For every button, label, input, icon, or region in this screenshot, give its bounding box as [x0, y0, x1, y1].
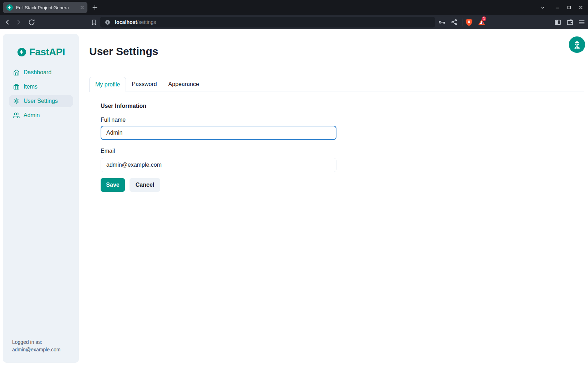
logged-in-info: Logged in as: admin@example.com: [12, 339, 61, 354]
tab-password[interactable]: Password: [126, 77, 162, 91]
page-content: FastAPI Dashboard Items User Settings: [0, 29, 588, 366]
briefcase-icon: [13, 84, 20, 90]
save-button[interactable]: Save: [101, 178, 125, 192]
logged-in-email: admin@example.com: [12, 346, 61, 354]
share-icon[interactable]: [450, 18, 458, 26]
sidebar-item-label: Admin: [24, 112, 40, 119]
menu-hamburger-icon[interactable]: [577, 18, 586, 26]
brave-shield-icon[interactable]: [465, 18, 473, 26]
sidebar-item-label: Items: [24, 84, 37, 90]
site-info-icon[interactable]: [105, 19, 111, 25]
sidebar-item-user-settings[interactable]: User Settings: [9, 95, 73, 107]
new-tab-button[interactable]: [90, 3, 100, 12]
url-text: localhost/settings: [115, 19, 156, 25]
full-name-input[interactable]: [101, 126, 336, 140]
password-key-icon[interactable]: [438, 18, 446, 26]
fastapi-favicon-icon: [6, 4, 13, 11]
forward-icon: [14, 18, 23, 26]
logged-in-label: Logged in as:: [12, 339, 61, 346]
cancel-button[interactable]: Cancel: [130, 178, 160, 192]
email-input[interactable]: [101, 158, 336, 172]
maximize-button[interactable]: [563, 0, 575, 15]
sidebar-toggle-icon[interactable]: [553, 18, 562, 26]
bookmark-icon[interactable]: [90, 18, 98, 26]
sidebar-item-label: User Settings: [24, 98, 58, 104]
tab-my-profile[interactable]: My profile: [89, 77, 126, 92]
fastapi-logo: FastAPI: [17, 46, 65, 58]
url-bar[interactable]: localhost/settings: [100, 17, 435, 27]
toolbar-divider: [462, 19, 462, 26]
url-host: localhost: [115, 19, 137, 25]
close-window-button[interactable]: [575, 0, 587, 15]
tab-close-icon[interactable]: [79, 4, 85, 11]
minimize-button[interactable]: [551, 0, 563, 15]
browser-tab[interactable]: Full Stack Project Genera: [3, 2, 87, 13]
form-buttons: Save Cancel: [101, 178, 160, 192]
user-menu-button[interactable]: [569, 36, 585, 53]
browser-titlebar: Full Stack Project Genera: [0, 0, 588, 15]
tab-search-chevron-icon[interactable]: [537, 0, 548, 15]
sidebar-nav: Dashboard Items User Settings Admin: [3, 65, 79, 124]
sidebar-item-admin[interactable]: Admin: [9, 109, 73, 121]
users-icon: [13, 112, 20, 119]
settings-tabs: My profile Password Appearance: [89, 77, 584, 91]
back-icon[interactable]: [3, 18, 12, 26]
gear-icon: [13, 98, 20, 104]
url-path: /settings: [137, 19, 156, 25]
section-title: User Information: [101, 103, 146, 109]
sidebar-item-items[interactable]: Items: [9, 81, 73, 93]
fastapi-bolt-icon: [17, 48, 26, 56]
logo-text: FastAPI: [29, 46, 65, 58]
reload-icon[interactable]: [27, 18, 36, 26]
tab-appearance[interactable]: Appearance: [163, 77, 205, 91]
full-name-label: Full name: [101, 117, 126, 123]
rewards-badge: 1: [481, 16, 487, 21]
tab-title: Full Stack Project Genera: [16, 5, 79, 10]
sidebar-item-label: Dashboard: [24, 69, 51, 76]
window-controls: [537, 0, 587, 15]
sidebar-item-dashboard[interactable]: Dashboard: [9, 66, 73, 79]
home-icon: [13, 69, 20, 76]
page-title: User Settings: [89, 45, 158, 57]
sidebar: FastAPI Dashboard Items User Settings: [3, 34, 79, 363]
email-label: Email: [101, 148, 115, 154]
user-astronaut-icon: [572, 40, 582, 50]
browser-toolbar: localhost/settings 1: [0, 15, 588, 29]
wallet-icon[interactable]: [566, 18, 574, 26]
